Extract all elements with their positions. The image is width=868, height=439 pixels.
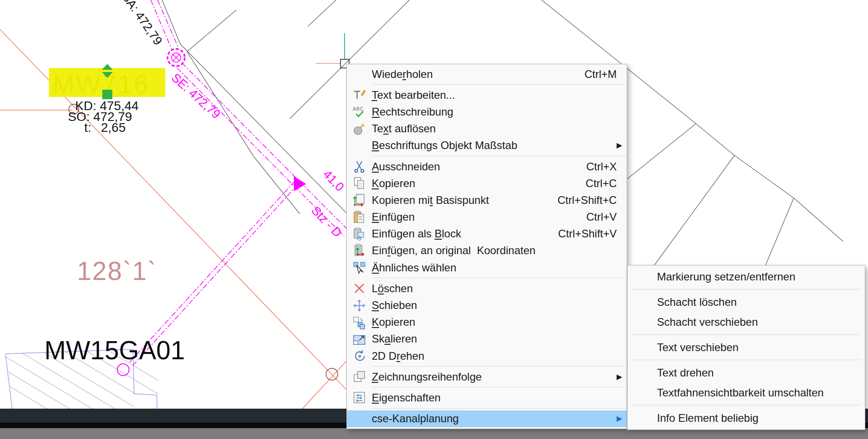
cad-application-window: { "drawing": { "labels": { "sa_level": "…: [0, 0, 868, 439]
menu-item-info-element[interactable]: Info Element beliebig: [628, 408, 865, 428]
menu-separator: [632, 334, 860, 335]
menu-item-label: Ähnliches wählen: [372, 261, 627, 274]
shaft-highlighted-label: MW716: [53, 69, 150, 99]
menu-item-label: Kopieren mit Basispunkt: [372, 194, 557, 207]
properties-icon: [347, 391, 372, 405]
menu-separator: [372, 408, 626, 409]
parcel-number-label: 128`1`: [77, 256, 157, 285]
menu-item-spelling[interactable]: ABCRechtschreibung: [347, 103, 627, 120]
menu-item-rotate-text[interactable]: Text drehen: [628, 363, 865, 383]
flow-arrow: [294, 176, 306, 191]
menu-item-label: Textfahnensichtbarkeit umschalten: [628, 386, 865, 399]
menu-item-label: Einfügen als Block: [372, 227, 558, 240]
menu-item-scale[interactable]: Skalieren: [347, 331, 627, 347]
text-edit-icon: [347, 88, 372, 102]
menu-separator: [372, 278, 626, 278]
menu-item-copy[interactable]: Kopieren: [347, 314, 627, 331]
menu-item-paste[interactable]: EinfügenCtrl+V: [347, 209, 627, 226]
menu-item-properties[interactable]: Eigenschaften: [347, 389, 627, 406]
menu-item-shortcut: Ctrl+V: [586, 211, 617, 223]
menu-item-toggle-leader[interactable]: Textfahnensichtbarkeit umschalten: [628, 383, 865, 403]
submenu-arrow-icon: ▶: [617, 373, 622, 381]
copy-base-icon: [347, 193, 372, 207]
menu-item-label: Markierung setzen/entfernen: [628, 270, 865, 283]
menu-item-move-shaft[interactable]: Schacht verschieben: [628, 312, 865, 332]
cse-kanalplanung-submenu: Markierung setzen/entfernenSchacht lösch…: [627, 265, 865, 430]
copy2-icon: [347, 315, 372, 329]
menu-separator: [372, 366, 626, 367]
scale-icon: [347, 332, 372, 346]
menu-separator: [632, 405, 860, 405]
menu-item-shortcut: Ctrl+X: [586, 160, 617, 173]
menu-item-toggle-mark[interactable]: Markierung setzen/entfernen: [628, 267, 865, 287]
menu-item-paste-orig[interactable]: Einfügen, an original Koordinaten: [347, 242, 627, 259]
t-value-label: 2,65: [101, 121, 126, 135]
menu-item-label: Einfügen, an original Koordinaten: [372, 244, 627, 257]
move-icon: [347, 299, 372, 313]
menu-item-explode-text[interactable]: Text auflösen: [347, 121, 627, 137]
menu-item-label: Info Element beliebig: [628, 412, 865, 425]
menu-item-label: 2D Drehen: [372, 350, 627, 362]
menu-item-label: Schacht löschen: [628, 296, 865, 309]
delete-icon: [347, 281, 372, 295]
menu-item-move[interactable]: Schieben: [347, 297, 627, 314]
menu-item-move-text[interactable]: Text verschieben: [628, 338, 865, 357]
rotate-icon: [347, 349, 372, 363]
menu-separator: [372, 387, 626, 387]
menu-item-label: Text bearbeiten...: [372, 89, 627, 101]
menu-item-delete-shaft[interactable]: Schacht löschen: [628, 292, 865, 312]
shaft-name-label: MW15GA01: [44, 336, 185, 365]
menu-item-draworder[interactable]: Zeichnungsreihenfolge▶: [347, 368, 627, 385]
pipe-end-circle: [117, 364, 129, 376]
draworder-icon: [347, 370, 372, 384]
menu-item-rotate[interactable]: 2D Drehen: [347, 347, 627, 364]
menu-item-shortcut: Ctrl+Shift+C: [557, 194, 617, 207]
menu-separator: [632, 360, 860, 360]
submenu-arrow-icon: ▶: [617, 142, 622, 149]
paste-block-icon: [347, 227, 372, 241]
menu-item-select-similar[interactable]: Ähnliches wählen: [347, 259, 627, 276]
t-key-label: t:: [84, 121, 91, 135]
menu-separator: [372, 84, 626, 85]
copy-icon: [347, 176, 372, 190]
menu-item-shortcut: Ctrl+Shift+V: [558, 227, 617, 240]
crosshair-cursor: [316, 33, 349, 68]
menu-item-copy-clip[interactable]: KopierenCtrl+C: [347, 175, 627, 192]
menu-item-label: Ausschneiden: [372, 160, 586, 173]
menu-item-cse-kanalplanung[interactable]: cse-Kanalplanung▶: [347, 410, 627, 427]
menu-item-label: Kopieren: [372, 177, 585, 190]
menu-item-label: Schieben: [372, 299, 627, 312]
menu-item-label: Kopieren: [372, 316, 627, 328]
menu-item-label: Schacht verschieben: [628, 316, 865, 328]
menu-item-label: Zeichnungsreihenfolge: [372, 371, 627, 383]
menu-item-erase[interactable]: Löschen: [347, 280, 627, 297]
menu-separator: [632, 289, 860, 289]
manhole-symbol: [168, 49, 185, 66]
menu-item-label: Eigenschaften: [372, 391, 627, 404]
select-similar-icon: [347, 261, 372, 275]
menu-item-shortcut: Ctrl+M: [585, 68, 617, 81]
menu-separator: [372, 156, 626, 156]
menu-item-repeat[interactable]: WiederholenCtrl+M: [347, 66, 627, 82]
menu-item-label: Wiederholen: [372, 68, 585, 81]
menu-item-label: Skalieren: [372, 333, 627, 345]
menu-item-label: Text drehen: [628, 367, 865, 379]
menu-item-label: Text verschieben: [628, 341, 865, 354]
spellcheck-icon: ABC: [347, 105, 372, 119]
explode-text-icon: [347, 122, 372, 136]
menu-item-paste-block[interactable]: Einfügen als BlockCtrl+Shift+V: [347, 226, 627, 242]
menu-item-shortcut: Ctrl+C: [585, 177, 617, 190]
sewer-pipes: [129, 0, 349, 366]
menu-item-annotative-scale[interactable]: Beschriftungs Objekt Maßstab▶: [347, 137, 627, 154]
menu-item-copy-base[interactable]: Kopieren mit BasispunktCtrl+Shift+C: [347, 192, 627, 208]
menu-item-label: Beschriftungs Objekt Maßstab: [372, 139, 627, 152]
menu-item-cut[interactable]: AusschneidenCtrl+X: [347, 158, 627, 175]
sa-level-label: SA: 472,79: [119, 0, 165, 48]
menu-item-label: Einfügen: [372, 211, 586, 223]
menu-item-label: Löschen: [372, 282, 627, 295]
pipe-material-label: Stz - D: [309, 203, 345, 240]
cut-icon: [347, 159, 372, 174]
paste-orig-icon: [347, 244, 372, 258]
menu-item-edit-text[interactable]: Text bearbeiten...: [347, 87, 627, 103]
square-grip-icon[interactable]: [102, 90, 112, 99]
